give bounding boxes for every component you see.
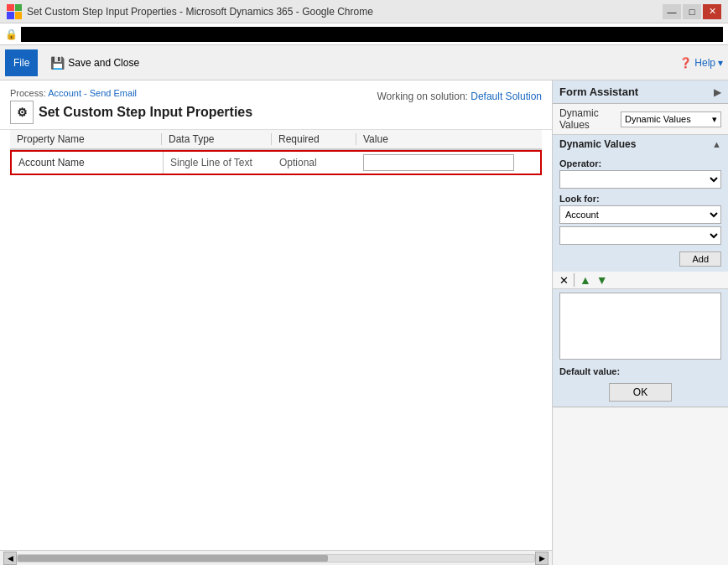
table-body: Account Name Single Line of Text Optiona… [10, 150, 542, 550]
scroll-right-button[interactable]: ▶ [535, 552, 549, 565]
h-scrollbar-track[interactable] [17, 554, 535, 562]
col-value-header: Value [356, 133, 542, 145]
panel-expand-button[interactable]: ▶ [714, 86, 721, 98]
h-scrollbar-thumb [18, 555, 328, 562]
value-input[interactable] [363, 154, 514, 171]
dynamic-exp-label: Dynamic Values [559, 138, 636, 150]
address-text [21, 27, 723, 42]
up-arrow-icon: ▲ [580, 273, 591, 287]
toolbar-row: ✕ ▲ ▼ [553, 272, 728, 289]
lock-icon: 🔒 [5, 29, 18, 40]
working-on-text: Working on solution: [377, 91, 471, 102]
help-icon: ❓ [679, 57, 692, 69]
col-datatype-header: Data Type [162, 133, 271, 145]
dynamic-values-option: Dynamic Values [625, 114, 691, 124]
row-property: Account Name [12, 157, 163, 168]
ok-row: OK [553, 378, 728, 407]
form-section: Operator: Look for: Account Add [553, 153, 728, 272]
col-required-header: Required [272, 133, 356, 145]
title-bar-left: Set Custom Step Input Properties - Micro… [7, 4, 373, 19]
solution-link[interactable]: Default Solution [471, 91, 542, 102]
panel-title: Form Assistant [559, 86, 638, 98]
col-property-header: Property Name [10, 133, 161, 145]
minimize-button[interactable]: — [663, 4, 681, 19]
dynamic-values-dropdown[interactable]: Dynamic Values ▾ [621, 111, 721, 127]
row-datatype: Single Line of Text [164, 157, 273, 168]
collapse-icon: ▲ [712, 139, 721, 149]
panel-header: Form Assistant ▶ [553, 80, 728, 104]
right-panel: Form Assistant ▶ Dynamic Values Dynamic … [552, 80, 728, 565]
row-required: Optional [273, 157, 356, 168]
dynamic-expanded-section: Dynamic Values ▲ Operator: Look for: Acc… [553, 135, 728, 407]
delete-button[interactable]: ✕ [559, 274, 569, 287]
gear-icon: ⚙ [10, 101, 34, 124]
maximize-button[interactable]: □ [683, 4, 701, 19]
h-scrollbar-area: ◀ ▶ [0, 550, 552, 565]
file-button[interactable]: File [5, 49, 38, 76]
content-area: Process: Account - Send Email ⚙ Set Cust… [0, 80, 552, 565]
save-close-label: Save and Close [68, 57, 139, 69]
page-title: ⚙ Set Custom Step Input Properties [10, 101, 252, 124]
default-value-label: Default value: [553, 363, 728, 378]
dynamic-exp-header[interactable]: Dynamic Values ▲ [553, 135, 728, 153]
process-breadcrumb: Process: Account - Send Email [10, 87, 252, 99]
window-title: Set Custom Step Input Properties - Micro… [27, 6, 373, 18]
down-arrow-icon: ▼ [596, 273, 608, 287]
move-up-button[interactable]: ▲ [580, 273, 591, 287]
look-for-label: Look for: [559, 194, 721, 204]
toolbar-separator [574, 273, 575, 287]
header-right: Working on solution: Default Solution [377, 87, 542, 102]
help-button[interactable]: ❓ Help ▾ [679, 57, 723, 69]
property-name: Account Name [18, 157, 85, 168]
look-for-sub-select[interactable] [559, 226, 721, 245]
close-button[interactable]: ✕ [703, 4, 721, 19]
help-dropdown-icon: ▾ [718, 57, 723, 69]
operator-group: Operator: [559, 158, 721, 189]
required-value: Optional [279, 157, 317, 168]
ok-button[interactable]: OK [609, 383, 672, 402]
windows-logo-icon [7, 4, 22, 19]
title-bar: Set Custom Step Input Properties - Micro… [0, 0, 728, 23]
look-for-group: Look for: Account [559, 194, 721, 245]
add-button[interactable]: Add [679, 251, 721, 267]
address-bar: 🔒 [0, 23, 728, 45]
dynamic-values-label: Dynamic Values [559, 107, 621, 131]
table-row: Account Name Single Line of Text Optiona… [10, 150, 542, 175]
look-for-select[interactable]: Account [559, 205, 721, 224]
main-area: Process: Account - Send Email ⚙ Set Cust… [0, 80, 728, 565]
save-close-button[interactable]: 💾 Save and Close [44, 49, 145, 76]
move-down-button[interactable]: ▼ [596, 273, 608, 287]
delete-icon: ✕ [559, 274, 569, 287]
datatype-value: Single Line of Text [170, 157, 252, 168]
ribbon: File 💾 Save and Close ❓ Help ▾ [0, 45, 728, 80]
process-prefix: Process: [10, 88, 48, 98]
dropdown-arrow-icon: ▾ [712, 114, 717, 125]
help-label: Help [694, 57, 715, 69]
dynamic-values-row: Dynamic Values Dynamic Values ▾ [553, 104, 728, 135]
list-area[interactable] [559, 293, 721, 360]
operator-select[interactable] [559, 170, 721, 189]
table-header: Property Name Data Type Required Value [10, 130, 542, 150]
scroll-left-button[interactable]: ◀ [3, 552, 17, 565]
page-title-text: Set Custom Step Input Properties [39, 105, 252, 120]
operator-label: Operator: [559, 158, 721, 168]
header-left: Process: Account - Send Email ⚙ Set Cust… [10, 87, 252, 124]
row-value[interactable] [356, 154, 540, 171]
page-header: Process: Account - Send Email ⚙ Set Cust… [0, 80, 552, 130]
process-link[interactable]: Account - Send Email [48, 88, 137, 98]
save-icon: 💾 [50, 56, 65, 70]
window-controls: — □ ✕ [663, 4, 721, 19]
